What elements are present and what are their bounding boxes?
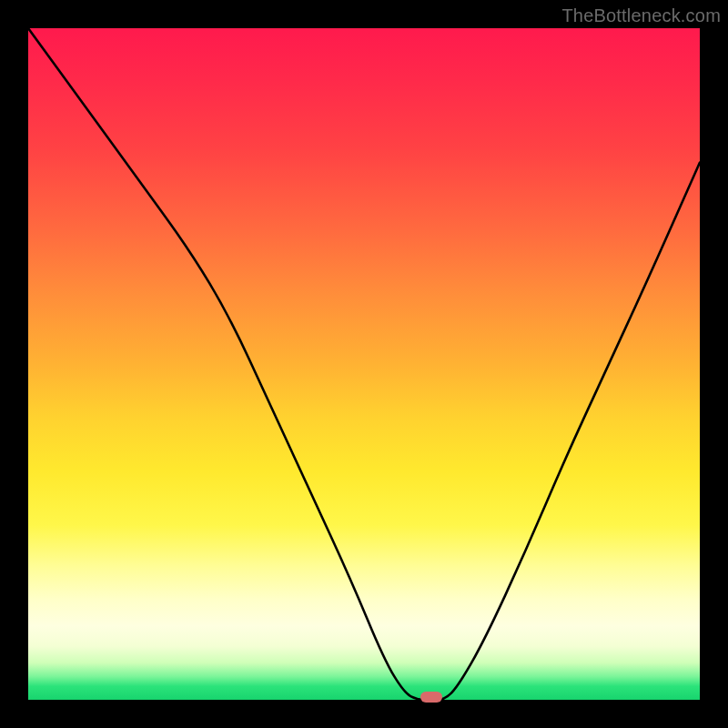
watermark-text: TheBottleneck.com <box>561 5 721 26</box>
chart-frame: TheBottleneck.com <box>0 0 728 728</box>
curve-path <box>28 28 700 700</box>
bottleneck-curve <box>28 28 700 700</box>
optimum-marker <box>420 692 442 703</box>
plot-area <box>28 28 700 700</box>
